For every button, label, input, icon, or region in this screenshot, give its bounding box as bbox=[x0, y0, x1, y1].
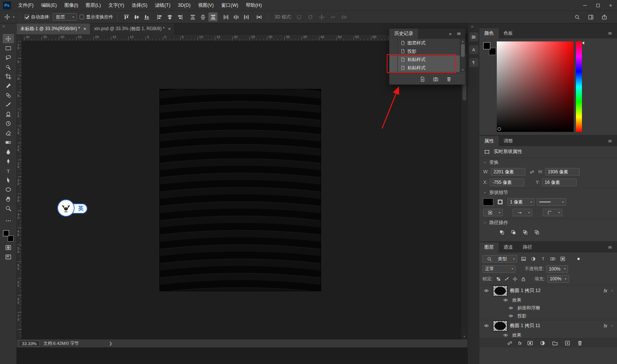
layer-fx-badge[interactable]: fx bbox=[604, 288, 607, 294]
blend-mode-dropdown[interactable]: 正常 bbox=[482, 265, 516, 273]
eye-icon[interactable] bbox=[482, 322, 490, 330]
color-fgbg-swatches[interactable] bbox=[483, 42, 496, 55]
character-panel-icon[interactable]: A bbox=[469, 45, 478, 54]
lock-position-button[interactable] bbox=[511, 275, 519, 282]
toolbar-collapse-button[interactable]: » bbox=[0, 23, 16, 29]
gradient-tool[interactable] bbox=[3, 138, 14, 147]
history-panel-menu-icon[interactable] bbox=[455, 30, 463, 38]
layer-thumbnail[interactable] bbox=[493, 286, 507, 296]
eye-icon[interactable] bbox=[482, 287, 490, 295]
lasso-tool[interactable] bbox=[3, 53, 14, 62]
document-tab-1[interactable]: xin.psd @ 33.3% (椭圆 1, RGB/8) *× bbox=[90, 23, 175, 34]
width-field[interactable]: 2201 像素 bbox=[491, 168, 525, 176]
maximize-button[interactable] bbox=[591, 0, 604, 11]
tab-history[interactable]: 历史记录 bbox=[389, 29, 418, 39]
transform-section-header[interactable]: 变换 bbox=[479, 158, 617, 167]
y-field[interactable]: 16 像素 bbox=[542, 179, 577, 186]
foreground-color-swatch[interactable] bbox=[3, 230, 9, 236]
smart-object-filter-button[interactable] bbox=[559, 255, 567, 263]
menu-item-4[interactable]: 文字(Y) bbox=[105, 0, 128, 11]
minimize-button[interactable] bbox=[579, 0, 591, 11]
share-button[interactable] bbox=[600, 12, 609, 21]
layer-row-0[interactable]: 椭圆 1 拷贝 12fx bbox=[479, 285, 617, 296]
hue-slider-marker[interactable] bbox=[582, 41, 584, 44]
ellipse-shape-tool[interactable] bbox=[3, 185, 14, 194]
menu-item-6[interactable]: 滤镜(T) bbox=[151, 0, 174, 11]
search-button[interactable] bbox=[573, 12, 582, 21]
align-center-button[interactable] bbox=[165, 12, 174, 21]
paragraph-panel-icon[interactable]: ¶ bbox=[469, 58, 478, 67]
link-layers-button[interactable] bbox=[506, 339, 514, 347]
properties-panel-menu-icon[interactable] bbox=[606, 137, 614, 145]
quick-mask-button[interactable] bbox=[3, 243, 14, 252]
link-dimensions-icon[interactable] bbox=[528, 168, 536, 176]
scroll-down-arrow[interactable]: ▼ bbox=[461, 334, 467, 339]
zoom-level-field[interactable]: 33.33% bbox=[19, 341, 40, 347]
auto-select-target-dropdown[interactable]: 图层 bbox=[53, 13, 77, 21]
distribute-center-button[interactable] bbox=[231, 12, 240, 21]
scroll-up-arrow[interactable]: ▲ bbox=[460, 39, 465, 43]
layer-filter-toggle[interactable] bbox=[574, 255, 583, 263]
distribute-right-button[interactable] bbox=[242, 12, 251, 21]
eye-icon[interactable] bbox=[501, 296, 510, 304]
foreground-color-swatch[interactable] bbox=[483, 42, 490, 49]
move-tool[interactable] bbox=[3, 34, 14, 43]
spot-healing-tool[interactable] bbox=[3, 90, 14, 100]
zoom-tool[interactable] bbox=[3, 203, 14, 213]
document-tab-0[interactable]: 未标题-1 @ 33.3%(RGB/8#) *× bbox=[17, 23, 90, 34]
background-color-swatch[interactable] bbox=[8, 236, 14, 242]
saturation-brightness-field[interactable] bbox=[497, 41, 574, 132]
expand-panels-button[interactable]: « bbox=[468, 23, 479, 29]
path-operations-section-header[interactable]: 路径操作 bbox=[479, 219, 617, 227]
eye-icon[interactable] bbox=[507, 304, 515, 312]
crop-tool[interactable] bbox=[3, 72, 14, 81]
hand-tool[interactable] bbox=[3, 194, 14, 203]
eraser-tool[interactable] bbox=[3, 128, 14, 138]
menu-item-7[interactable]: 3D(D) bbox=[174, 0, 194, 11]
height-field[interactable]: 1936 像素 bbox=[545, 168, 580, 176]
auto-select-checkbox[interactable]: 自动选择: bbox=[24, 14, 50, 20]
adjustment-layer-filter-button[interactable] bbox=[529, 255, 537, 263]
menu-item-1[interactable]: 编辑(E) bbox=[37, 0, 61, 11]
delete-state-button[interactable] bbox=[445, 75, 453, 83]
status-options-chevron[interactable]: ❯ bbox=[109, 341, 112, 346]
distribute-middle-button[interactable] bbox=[198, 12, 207, 21]
align-right-button[interactable] bbox=[175, 12, 184, 21]
shape-details-section-header[interactable]: 形状细节 bbox=[479, 188, 617, 197]
properties-sliders-icon[interactable] bbox=[469, 32, 478, 41]
align-left-button[interactable] bbox=[155, 12, 164, 21]
screen-mode-button[interactable] bbox=[3, 252, 14, 262]
ruler-origin-corner[interactable] bbox=[17, 34, 22, 41]
history-scrollbar[interactable]: ▲ ▼ bbox=[460, 39, 465, 72]
history-state-0[interactable]: 图层样式 bbox=[389, 39, 460, 47]
fill-dropdown[interactable]: 100% bbox=[547, 275, 569, 283]
align-top-button[interactable] bbox=[122, 12, 131, 21]
stroke-style-dropdown[interactable] bbox=[537, 198, 566, 206]
layer-effect-row[interactable]: 效果 bbox=[479, 331, 617, 339]
stroke-width-dropdown[interactable]: 1 像素 bbox=[507, 198, 534, 206]
close-button[interactable]: × bbox=[604, 0, 617, 11]
layers-panel-menu-icon[interactable] bbox=[606, 243, 614, 252]
adjustment-layer-button[interactable] bbox=[538, 339, 547, 347]
tab-close-icon[interactable]: × bbox=[83, 26, 86, 32]
pixel-layer-filter-button[interactable] bbox=[519, 255, 528, 263]
history-brush-tool[interactable] bbox=[3, 119, 14, 128]
canvas-artwork[interactable] bbox=[160, 89, 321, 291]
color-panel-menu-icon[interactable] bbox=[606, 29, 614, 38]
x-field[interactable]: -755 像素 bbox=[490, 179, 524, 186]
show-transform-checkbox[interactable]: 显示变换控件 bbox=[80, 14, 113, 20]
layer-row-1[interactable]: 椭圆 1 拷贝 11fx bbox=[479, 320, 617, 331]
edit-toolbar-button[interactable] bbox=[3, 216, 14, 225]
new-layer-button[interactable] bbox=[563, 339, 571, 347]
hue-slider[interactable] bbox=[576, 41, 582, 132]
blur-tool[interactable] bbox=[3, 147, 14, 156]
tab-adjustments[interactable]: 调整 bbox=[499, 136, 518, 146]
tool-preset-picker[interactable] bbox=[3, 13, 16, 21]
history-source-cell[interactable] bbox=[389, 39, 398, 47]
distribute-left-button[interactable] bbox=[221, 12, 230, 21]
tab-paths[interactable]: 路径 bbox=[518, 242, 537, 252]
distribute-spacing-button[interactable] bbox=[254, 12, 263, 21]
workspace-switcher-button[interactable] bbox=[586, 12, 595, 21]
shape-layer-filter-button[interactable] bbox=[549, 255, 557, 263]
stroke-cap-dropdown[interactable] bbox=[513, 209, 532, 216]
